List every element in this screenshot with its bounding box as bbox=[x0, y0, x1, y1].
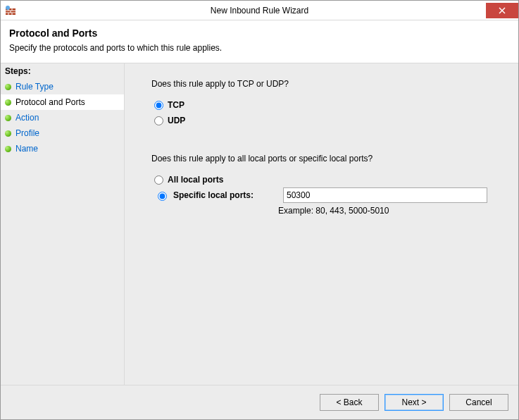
label-udp[interactable]: UDP bbox=[168, 116, 185, 125]
wizard-content: Does this rule apply to TCP or UDP? TCP … bbox=[125, 63, 518, 385]
label-all-ports[interactable]: All local ports bbox=[168, 175, 223, 185]
firewall-icon bbox=[5, 5, 16, 16]
radio-row-specific-ports: Specific local ports: bbox=[154, 187, 500, 203]
next-button[interactable]: Next > bbox=[384, 394, 444, 411]
cancel-button[interactable]: Cancel bbox=[449, 394, 508, 411]
svg-point-8 bbox=[6, 6, 10, 10]
close-button[interactable] bbox=[486, 3, 518, 18]
radio-all-ports[interactable] bbox=[154, 175, 163, 185]
radio-tcp[interactable] bbox=[154, 101, 163, 110]
specific-ports-input[interactable] bbox=[283, 187, 487, 203]
label-tcp[interactable]: TCP bbox=[168, 100, 185, 110]
step-label: Protocol and Ports bbox=[15, 97, 85, 107]
step-bullet-icon bbox=[5, 99, 11, 106]
question-ports: Does this rule apply to all local ports … bbox=[151, 154, 500, 163]
radio-row-udp: UDP bbox=[154, 113, 500, 128]
step-label: Profile bbox=[15, 128, 39, 138]
radio-udp[interactable] bbox=[154, 116, 163, 125]
wizard-body: Steps: Rule TypeProtocol and PortsAction… bbox=[1, 63, 518, 385]
radio-specific-ports[interactable] bbox=[158, 192, 167, 201]
ports-example: Example: 80, 443, 5000-5010 bbox=[278, 206, 500, 216]
ports-radio-group: All local ports Specific local ports: Ex… bbox=[154, 172, 500, 216]
wizard-header: Protocol and Ports Specify the protocols… bbox=[1, 20, 518, 63]
titlebar: New Inbound Rule Wizard bbox=[1, 1, 518, 20]
step-item[interactable]: Name bbox=[1, 141, 124, 156]
step-item[interactable]: Profile bbox=[1, 125, 124, 141]
page-title: Protocol and Ports bbox=[9, 27, 510, 39]
steps-heading: Steps: bbox=[1, 63, 124, 79]
steps-sidebar: Steps: Rule TypeProtocol and PortsAction… bbox=[1, 63, 125, 385]
step-bullet-icon bbox=[5, 115, 11, 121]
close-icon bbox=[499, 7, 506, 14]
page-subtitle: Specify the protocols and ports to which… bbox=[9, 43, 510, 53]
window-title: New Inbound Rule Wizard bbox=[1, 6, 518, 16]
radio-row-all-ports: All local ports bbox=[154, 172, 500, 187]
step-item[interactable]: Rule Type bbox=[1, 79, 124, 94]
steps-list: Rule TypeProtocol and PortsActionProfile… bbox=[1, 79, 124, 156]
wizard-window: New Inbound Rule Wizard Protocol and Por… bbox=[0, 0, 519, 420]
radio-row-tcp: TCP bbox=[154, 97, 500, 113]
step-bullet-icon bbox=[5, 84, 11, 90]
protocol-radio-group: TCP UDP bbox=[154, 97, 500, 128]
step-item[interactable]: Action bbox=[1, 110, 124, 125]
question-protocol: Does this rule apply to TCP or UDP? bbox=[151, 79, 500, 89]
wizard-footer: < Back Next > Cancel bbox=[1, 385, 518, 419]
step-item[interactable]: Protocol and Ports bbox=[1, 94, 124, 110]
step-label: Rule Type bbox=[15, 82, 54, 92]
step-label: Action bbox=[15, 113, 39, 123]
step-bullet-icon bbox=[5, 130, 11, 137]
step-bullet-icon bbox=[5, 146, 11, 152]
step-label: Name bbox=[15, 144, 38, 154]
label-specific-ports[interactable]: Specific local ports: bbox=[173, 190, 279, 200]
back-button[interactable]: < Back bbox=[320, 394, 379, 411]
